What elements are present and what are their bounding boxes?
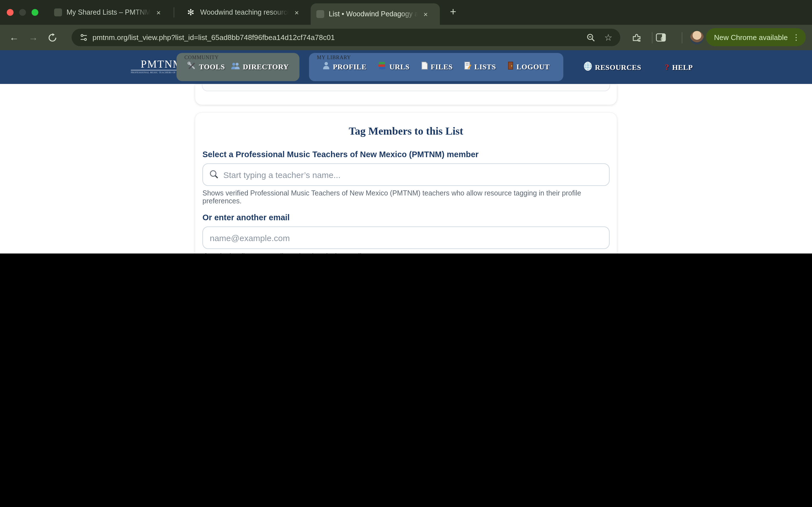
- side-panel-search-icon[interactable]: [656, 33, 667, 43]
- nav-item-label: DIRECTORY: [243, 62, 289, 71]
- page-content: Tag Members to this List Select a Profes…: [0, 84, 812, 253]
- nav-group-community: COMMUNITY TOOLS DIRECTORY: [176, 53, 299, 81]
- chrome-update-button[interactable]: New Chrome available ⋮: [706, 28, 806, 46]
- nav-item-label: LISTS: [474, 62, 496, 71]
- member-select-label: Select a Professional Music Teachers of …: [202, 150, 610, 159]
- tab-divider: [174, 7, 174, 17]
- tab-woodwind-resources[interactable]: ✻ Woodwind teaching resources ×: [182, 0, 306, 25]
- nav-item-help[interactable]: ? HELP: [665, 61, 693, 73]
- update-label: New Chrome available: [714, 33, 788, 41]
- tab-bar: My Shared Lists – PMTNM × ✻ Woodwind tea…: [0, 0, 812, 25]
- email-helper-text: If not in the directory, we’ll send a sh…: [202, 252, 610, 253]
- zoom-out-icon[interactable]: [586, 33, 595, 42]
- tab-title: List • Woodwind Pedagogy and Embouchure …: [329, 10, 418, 18]
- nav-item-label: LOGOUT: [516, 62, 550, 71]
- toolbar-divider: [652, 32, 652, 43]
- address-bar[interactable]: pmtnm.org/list_view.php?list_id=list_65a…: [71, 29, 620, 46]
- invite-email-input[interactable]: [202, 226, 610, 249]
- memo-list-icon: [464, 61, 471, 72]
- books-icon: [378, 61, 387, 72]
- nav-item-urls[interactable]: URLS: [378, 61, 410, 72]
- tab-list-woodwind-pedagogy[interactable]: List • Woodwind Pedagogy and Embouchure …: [311, 3, 440, 25]
- forward-button[interactable]: →: [24, 32, 43, 43]
- browser-window: My Shared Lists – PMTNM × ✻ Woodwind tea…: [0, 0, 812, 253]
- nav-item-label: TOOLS: [199, 62, 225, 71]
- tools-icon: [187, 61, 196, 73]
- nav-group-label: COMMUNITY: [185, 55, 292, 60]
- previous-section-box: [202, 84, 610, 91]
- nav-item-logout[interactable]: LOGOUT: [507, 61, 550, 72]
- back-button[interactable]: ←: [4, 32, 24, 43]
- nav-item-tools[interactable]: TOOLS: [187, 61, 225, 73]
- teacher-search-input[interactable]: [202, 163, 610, 186]
- profile-avatar[interactable]: [690, 31, 704, 44]
- nav-item-directory[interactable]: DIRECTORY: [231, 62, 289, 72]
- help-question-icon: ?: [665, 62, 669, 72]
- search-icon: [209, 170, 219, 181]
- search-helper-text: Shows verified Professional Music Teache…: [202, 189, 610, 205]
- reload-button[interactable]: [43, 33, 62, 42]
- close-tab-icon[interactable]: ×: [422, 10, 429, 18]
- nav-item-files[interactable]: FILES: [421, 61, 453, 72]
- nav-item-lists[interactable]: LISTS: [464, 61, 496, 72]
- profile-bust-icon: [322, 61, 330, 72]
- tag-members-card: Tag Members to this List Select a Profes…: [195, 113, 617, 253]
- nav-item-label: RESOURCES: [595, 63, 641, 72]
- browser-toolbar: ← → pmtnm.org/list_view.php?list_id=list…: [0, 25, 812, 50]
- tab-title: My Shared Lists – PMTNM: [66, 8, 151, 16]
- file-page-icon: [421, 61, 428, 72]
- nav-group-my-library: MY LIBRARY PROFILE URLS FILES LISTS: [309, 53, 563, 81]
- extensions-icon[interactable]: [631, 33, 642, 43]
- tab-favicon: [54, 8, 62, 16]
- close-tab-icon[interactable]: ×: [155, 8, 162, 17]
- nav-item-label: HELP: [672, 63, 693, 72]
- tab-my-shared-lists[interactable]: My Shared Lists – PMTNM ×: [49, 0, 172, 25]
- site-navbar: PMTNM PROFESSIONAL MUSIC TEACHERS OF NEW…: [0, 50, 812, 84]
- bookmark-star-icon[interactable]: ☆: [604, 32, 612, 43]
- minimize-window-button[interactable]: [19, 9, 26, 16]
- previous-section-card: [195, 84, 617, 105]
- toolbar-divider: [682, 32, 682, 43]
- new-tab-button[interactable]: +: [450, 6, 456, 18]
- close-tab-icon[interactable]: ×: [294, 8, 300, 17]
- nav-item-label: FILES: [430, 62, 453, 71]
- url-text[interactable]: pmtnm.org/list_view.php?list_id=list_65a…: [93, 33, 586, 42]
- chrome-menu-icon[interactable]: ⋮: [792, 33, 800, 42]
- nav-group-label: MY LIBRARY: [317, 55, 555, 60]
- directory-people-icon: [231, 62, 240, 72]
- tab-favicon: [316, 10, 324, 18]
- globe-icon: [583, 61, 592, 73]
- tab-title: Woodwind teaching resources: [200, 8, 289, 16]
- door-icon: [507, 61, 514, 72]
- nav-item-profile[interactable]: PROFILE: [322, 61, 366, 72]
- openai-favicon-icon: ✻: [187, 8, 196, 16]
- page-title: Tag Members to this List: [202, 125, 610, 137]
- close-window-button[interactable]: [7, 9, 13, 16]
- fullscreen-window-button[interactable]: [32, 9, 38, 16]
- nav-item-label: URLS: [389, 62, 410, 71]
- nav-item-label: PROFILE: [333, 62, 366, 71]
- site-settings-icon[interactable]: [80, 33, 88, 42]
- email-label: Or enter another email: [202, 213, 610, 222]
- nav-item-resources[interactable]: RESOURCES: [583, 61, 641, 73]
